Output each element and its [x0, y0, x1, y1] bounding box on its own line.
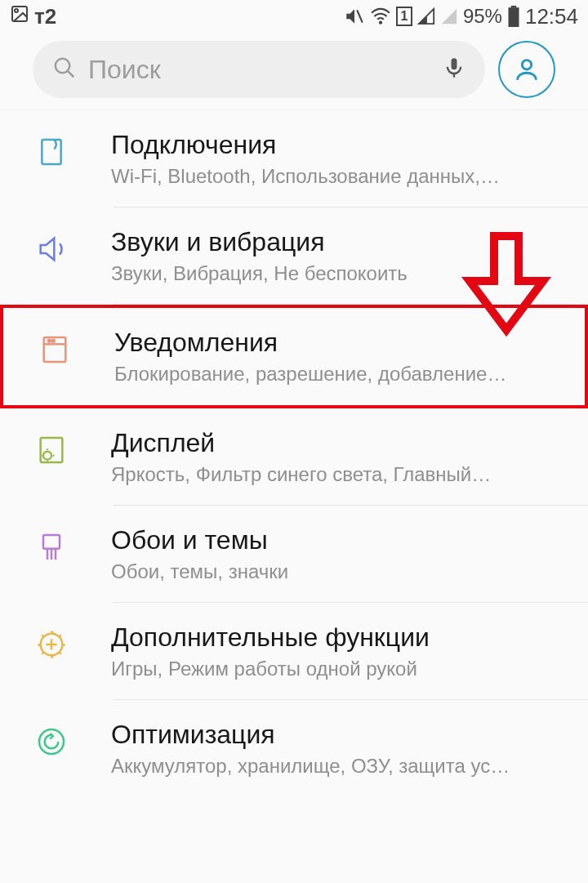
- signal2-icon: [440, 7, 458, 25]
- battery-icon: [507, 6, 520, 27]
- svg-point-3: [380, 22, 381, 24]
- item-title: Оптимизация: [111, 720, 564, 750]
- item-sub: Игры, Режим работы одной рукой: [111, 658, 564, 680]
- item-sub: Wi-Fi, Bluetooth, Использование данных,…: [111, 165, 564, 188]
- svg-point-14: [48, 340, 51, 342]
- svg-line-2: [357, 10, 363, 22]
- svg-point-1: [15, 9, 18, 12]
- item-optimization[interactable]: Оптимизация Аккумулятор, хранилище, ОЗУ,…: [0, 700, 588, 797]
- svg-rect-8: [452, 58, 457, 69]
- item-sub: Обои, темы, значки: [111, 560, 564, 583]
- item-connections[interactable]: Подключения Wi-Fi, Bluetooth, Использова…: [0, 110, 588, 207]
- search-placeholder: Поиск: [88, 55, 443, 85]
- item-title: Уведомления: [114, 328, 560, 358]
- svg-point-6: [56, 59, 70, 74]
- svg-rect-5: [511, 6, 517, 7]
- item-display[interactable]: Дисплей Яркость, Фильтр синего света, Гл…: [0, 408, 588, 506]
- status-bar: т2 1 95% 12:54: [0, 0, 588, 33]
- sim1-icon: 1: [396, 7, 412, 26]
- item-sub: Яркость, Фильтр синего света, Главный…: [111, 463, 564, 486]
- svg-rect-11: [42, 140, 60, 164]
- settings-list: Подключения Wi-Fi, Bluetooth, Использова…: [0, 110, 588, 797]
- profile-button[interactable]: [498, 41, 555, 98]
- item-title: Звуки и вибрация: [111, 227, 564, 257]
- connections-icon: [33, 133, 70, 171]
- item-title: Обои и темы: [111, 525, 564, 555]
- clock: 12:54: [525, 4, 578, 29]
- svg-point-15: [52, 340, 55, 342]
- search-row: Поиск: [0, 33, 588, 110]
- item-title: Подключения: [111, 130, 564, 160]
- mic-icon[interactable]: [443, 56, 466, 83]
- advanced-icon: [33, 626, 70, 663]
- svg-point-29: [39, 729, 64, 754]
- search-icon: [52, 56, 77, 83]
- carrier-label: т2: [34, 4, 56, 29]
- item-title: Дисплей: [111, 428, 564, 458]
- svg-rect-22: [43, 535, 60, 549]
- wifi-icon: [370, 6, 391, 27]
- item-sub: Звуки, Вибрация, Не беспокоить: [111, 262, 564, 285]
- mute-icon: [344, 6, 365, 27]
- svg-point-10: [522, 60, 531, 69]
- item-notifications[interactable]: Уведомления Блокирование, разрешение, до…: [0, 305, 588, 408]
- optimization-icon: [33, 723, 70, 760]
- svg-point-17: [43, 452, 51, 460]
- image-icon: [10, 4, 29, 29]
- item-sub: Блокирование, разрешение, добавление…: [114, 363, 560, 386]
- battery-pct: 95%: [463, 5, 502, 28]
- wallpapers-icon: [33, 528, 70, 566]
- notifications-icon: [36, 331, 74, 368]
- search-input[interactable]: Поиск: [33, 41, 485, 98]
- signal-icon: [417, 7, 435, 25]
- item-sub: Аккумулятор, хранилище, ОЗУ, защита ус…: [111, 755, 564, 778]
- sounds-icon: [33, 230, 70, 268]
- display-icon: [33, 431, 70, 469]
- svg-line-7: [68, 71, 74, 78]
- item-advanced[interactable]: Дополнительные функции Игры, Режим работ…: [0, 603, 588, 700]
- svg-rect-4: [508, 7, 519, 27]
- item-title: Дополнительные функции: [111, 622, 564, 653]
- item-sounds[interactable]: Звуки и вибрация Звуки, Вибрация, Не бес…: [0, 207, 588, 305]
- item-wallpapers[interactable]: Обои и темы Обои, темы, значки: [0, 506, 588, 603]
